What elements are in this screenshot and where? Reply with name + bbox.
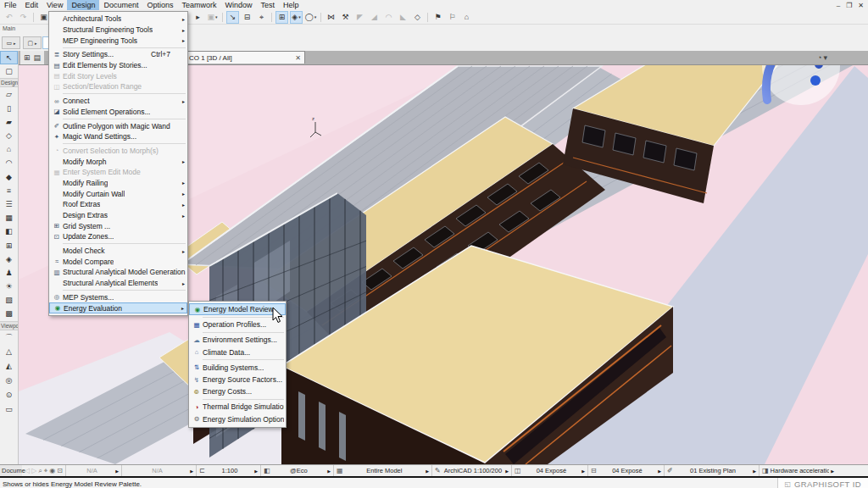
back-icon[interactable]: ◁ [25, 467, 30, 474]
model-view-options-field[interactable]: ◫04 Exposé▶ [511, 465, 587, 476]
menu-item-structural-analytical-elements[interactable]: Structural Analytical Elements▸ [49, 278, 187, 289]
menu-item-model-compare[interactable]: ≈Model Compare [49, 256, 187, 267]
structure-display-field-arrow[interactable]: ▶ [426, 469, 429, 474]
menu-item-energy-costs[interactable]: ⊚Energy Costs... [189, 385, 286, 397]
marquee-tool-icon[interactable]: ▢ [0, 64, 18, 78]
shell-tool-icon[interactable]: ◠ [0, 156, 18, 169]
suspend-groups-icon[interactable]: ▣▾ [206, 11, 219, 24]
3d-visualization-icon[interactable]: ◈▾ [290, 11, 303, 24]
menu-item-edit-elements-by-stories[interactable]: ▤Edit Elements by Stories... [49, 60, 187, 71]
interior-elevation-tool-icon[interactable]: ◭ [0, 359, 18, 374]
model-view-options-field-arrow[interactable]: ▶ [581, 469, 585, 474]
menu-item-update-zones[interactable]: ⊡Update Zones... [49, 231, 187, 242]
fit-in-window-icon[interactable]: ⊡ [57, 467, 63, 474]
menu-item-thermal-bridge-simulation[interactable]: ◑Thermal Bridge Simulation... [189, 401, 286, 413]
menu-document[interactable]: Document [99, 0, 142, 10]
mesh-tool-icon[interactable]: ▩ [0, 307, 18, 320]
quick-option-na-1[interactable]: N/A▶ [65, 465, 121, 476]
close-button[interactable]: ✕ [858, 2, 864, 9]
stair-tool-icon[interactable]: ≡ [0, 184, 18, 197]
section-tool-icon[interactable]: ⌒ [0, 330, 18, 345]
window-tool-icon[interactable]: ⊞ [0, 238, 18, 252]
menu-edit[interactable]: Edit [21, 0, 43, 10]
menu-design[interactable]: Design [67, 0, 99, 10]
menu-item-outline-polygon-with-magic-wand[interactable]: ✐Outline Polygon with Magic Wand [49, 120, 187, 131]
tracker-expand-icon[interactable]: ▸ [192, 11, 204, 24]
menu-item-energy-simulation-options[interactable]: ⚙Energy Simulation Options... [189, 413, 286, 425]
roof-tool-icon[interactable]: ⌂ [0, 142, 18, 156]
move-icon[interactable]: ↘ [226, 11, 239, 24]
polygon-edit-icon[interactable]: ◇ [411, 11, 424, 24]
menu-item-grid-system[interactable]: ⊞Grid System ... [49, 220, 187, 231]
menu-item-convert-selection-to-morph-s[interactable]: ◔Convert Selection to Morph(s) [49, 146, 187, 157]
pen-set-field[interactable]: ✎ArchiCAD 1:100/200▶ [431, 465, 511, 476]
menu-file[interactable]: File [0, 0, 21, 10]
morph-tool-icon[interactable]: ◆ [0, 170, 18, 184]
quick-option-na-2[interactable]: N/A▶ [121, 465, 196, 476]
menu-item-energy-source-factors[interactable]: ↯Energy Source Factors... [189, 374, 286, 385]
graphic-override-field[interactable]: ⊟04 Exposé▶ [587, 465, 664, 476]
lamp-tool-icon[interactable]: ☀ [0, 280, 18, 293]
menu-item-modify-curtain-wall[interactable]: Modify Curtain Wall▸ [49, 188, 187, 199]
redo-icon[interactable]: ↷ [17, 11, 30, 24]
scale-field-arrow[interactable]: ▶ [254, 469, 258, 474]
graphic-override-field-arrow[interactable]: ▶ [658, 469, 661, 474]
publish-icon[interactable]: ⌂ [460, 11, 473, 24]
zone-tool-icon[interactable]: ▧ [0, 293, 18, 307]
suspend-groups-icon-arrow[interactable]: ▾ [215, 14, 218, 19]
chamfer-icon[interactable]: ◣ [397, 11, 409, 24]
menu-item-modify-railing[interactable]: Modify Railing▸ [49, 178, 187, 189]
menu-item-environment-settings[interactable]: ☁Environment Settings... [189, 334, 286, 346]
menu-item-mep-systems[interactable]: ◎MEP Systems... [49, 292, 187, 303]
menu-item-building-systems[interactable]: ⇅Building Systems... [189, 362, 286, 374]
pen-set-field-arrow[interactable]: ▶ [505, 469, 509, 474]
menu-item-section-elevation-range[interactable]: ◫Section/Elevation Range [49, 81, 187, 92]
3d-visualization-icon-arrow[interactable]: ▾ [298, 14, 301, 19]
project-folder-icon[interactable]: ▤ [34, 53, 42, 62]
menu-item-climate-data[interactable]: ⌂Climate Data... [189, 347, 286, 358]
layout-grid-icon[interactable]: ⊞ [24, 53, 31, 62]
marquee-display-icon[interactable]: ⊞ [275, 11, 288, 24]
menu-test[interactable]: Test [257, 0, 280, 10]
curtain-wall-tool-icon[interactable]: ▦ [0, 211, 18, 225]
wall-tool-icon[interactable]: ▱ [0, 87, 18, 101]
extend-icon[interactable]: ◢ [368, 11, 381, 24]
view-options-icon[interactable]: ◔ [817, 53, 821, 62]
restore-button[interactable]: ❐ [846, 2, 852, 9]
orbit-icon[interactable]: ◉ [49, 467, 55, 474]
quick-option-na-1-arrow[interactable]: ▶ [115, 469, 119, 474]
3d-engine-field-arrow[interactable]: ▶ [831, 469, 834, 474]
tab-close-icon[interactable]: ✕ [295, 54, 304, 62]
menu-item-design-extras[interactable]: Design Extras▸ [49, 210, 187, 221]
menu-item-edit-story-levels[interactable]: ▤Edit Story Levels [49, 70, 187, 81]
split-icon[interactable]: ⋈ [325, 11, 337, 24]
structure-display-field[interactable]: ▦Entire Model▶ [333, 465, 431, 476]
palette-button-2[interactable]: ▢▸ [23, 36, 42, 49]
palette-button-1[interactable]: ▭▸ [2, 36, 20, 49]
menu-item-energy-evaluation[interactable]: ◉Energy Evaluation▸ [49, 302, 187, 313]
menu-item-mep-engineering-tools[interactable]: MEP Engineering Tools▸ [49, 35, 187, 46]
menu-teamwork[interactable]: Teamwork [177, 0, 220, 10]
renovation-filter-field[interactable]: ✐01 Existing Plan▶ [664, 465, 759, 476]
renovation-filter-field-arrow[interactable]: ▶ [753, 469, 756, 474]
slab-tool-icon[interactable]: ◇ [0, 129, 18, 142]
arrow-tool-icon[interactable]: ↖ [0, 51, 18, 64]
menu-help[interactable]: Help [279, 0, 303, 10]
camera-tool-icon[interactable]: ◎ [0, 374, 18, 388]
skylight-tool-icon[interactable]: ◈ [0, 252, 18, 266]
object-tool-icon[interactable]: ♟ [0, 266, 18, 280]
elevation-tool-icon[interactable]: △ [0, 345, 18, 359]
menu-item-structural-analytical-model-generation-rules[interactable]: ▥Structural Analytical Model Generation … [49, 267, 187, 278]
menu-item-solid-element-operations[interactable]: ◪Solid Element Operations... [49, 107, 187, 118]
menu-window[interactable]: Window [220, 0, 256, 10]
forward-icon[interactable]: ▷ [31, 467, 36, 474]
worksheet-tool-icon[interactable]: ▭ [0, 402, 18, 417]
undo-icon[interactable]: ↶ [3, 11, 15, 24]
3d-engine-field[interactable]: ◨Hardware acceleration ...▶ [759, 465, 837, 476]
menu-item-story-settings[interactable]: ≣Story Settings...Ctrl+7 [49, 49, 187, 60]
menu-item-magic-wand-settings[interactable]: ✦Magic Wand Settings... [49, 131, 187, 142]
layer-combination-field-arrow[interactable]: ▶ [327, 469, 331, 474]
graphisoft-id-box[interactable]: ◱ GRAPHISOFT ID [777, 478, 868, 488]
fillet-icon[interactable]: ◠ [382, 11, 395, 24]
menu-item-modify-morph[interactable]: Modify Morph▸ [49, 156, 187, 167]
